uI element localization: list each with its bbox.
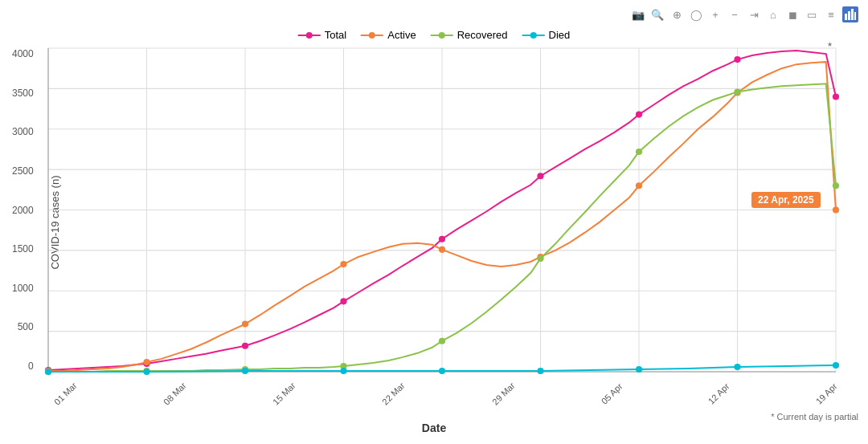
x-tick-12apr: 12 Apr [706,381,731,406]
legend-label-died: Died [549,29,571,41]
svg-point-34 [143,359,149,365]
zoom-in-icon[interactable]: 🔍 [649,6,665,22]
barchart-icon[interactable] [842,6,858,22]
y-tick-1000: 1000 [12,283,34,294]
lines-icon[interactable]: ≡ [823,6,839,22]
y-tick-2000: 2000 [12,205,34,216]
svg-point-47 [537,255,543,262]
legend-label-total: Total [325,29,346,41]
x-axis-ticks: 01 Mar 08 Mar 15 Mar 22 Mar 29 Mar 05 Ap… [48,386,836,400]
legend-item-recovered: Recovered [431,29,508,41]
svg-point-48 [636,149,642,155]
y-tick-0: 0 [28,360,34,372]
x-tick-01mar: 01 Mar [52,381,79,407]
svg-point-49 [734,88,740,95]
x-tick-15mar: 15 Mar [271,381,297,407]
svg-point-57 [636,366,642,373]
svg-point-50 [833,182,839,189]
svg-point-37 [439,246,445,253]
svg-point-30 [636,112,642,118]
legend-label-active: Active [387,29,416,41]
chart-toolbar: 📷 🔍 ⊕ ◯ + − ⇥ ⌂ ◼ ▭ ≡ [630,6,858,22]
y-tick-4000: 4000 [12,48,34,59]
chart-container: 📷 🔍 ⊕ ◯ + − ⇥ ⌂ ◼ ▭ ≡ Total Active [0,0,868,444]
chart-svg: .grid-line { stroke: #ddd; stroke-width:… [48,48,836,372]
camera-icon[interactable]: 📷 [630,6,646,22]
svg-rect-0 [845,14,847,20]
svg-point-26 [242,343,248,349]
y-tick-500: 500 [18,321,34,332]
y-axis-ticks: 4000 3500 3000 2500 2000 1500 1000 500 0 [12,48,34,372]
svg-point-55 [439,368,445,374]
y-tick-2500: 2500 [12,165,34,177]
legend-item-active: Active [361,29,416,41]
asterisk-marker: * [828,40,832,52]
y-tick-3500: 3500 [12,88,34,99]
select-icon[interactable]: ◼ [784,6,800,22]
legend-label-recovered: Recovered [457,29,508,41]
tooltip-date: 22 Apr, 2025 [751,192,821,208]
minus-icon[interactable]: − [727,6,743,22]
svg-point-28 [439,236,445,242]
svg-point-56 [537,368,543,374]
x-axis-label: Date [422,422,446,434]
svg-point-51 [45,369,51,375]
svg-point-41 [833,206,839,213]
svg-rect-1 [848,11,850,20]
plus-icon[interactable]: + [707,6,723,22]
svg-point-46 [439,338,445,344]
home-icon[interactable]: ⌂ [765,6,781,22]
svg-point-32 [833,93,839,100]
x-tick-29mar: 29 Mar [490,381,517,407]
svg-point-35 [242,321,248,328]
chart-legend: Total Active Recovered Died [298,29,571,41]
legend-item-died: Died [522,29,571,41]
svg-point-58 [734,364,740,370]
lasso-icon[interactable]: ◯ [688,6,704,22]
svg-rect-2 [851,9,854,20]
svg-point-29 [537,173,543,179]
x-tick-08mar: 08 Mar [162,381,188,407]
svg-point-54 [340,368,346,374]
y-tick-3000: 3000 [12,126,34,137]
svg-point-39 [636,182,642,189]
svg-point-36 [340,261,346,267]
chart-plot-area: .grid-line { stroke: #ddd; stroke-width:… [48,48,836,372]
svg-point-53 [242,368,248,374]
svg-point-59 [833,362,839,369]
legend-item-total: Total [298,29,346,41]
resize-icon[interactable]: ⇥ [746,6,762,22]
x-tick-19apr: 19 Apr [814,381,839,406]
crosshair-icon[interactable]: ⊕ [669,6,685,22]
x-tick-05apr: 05 Apr [599,381,624,406]
svg-point-27 [340,298,346,304]
svg-point-31 [734,56,740,63]
partial-note: * Current day is partial [771,412,858,422]
y-tick-1500: 1500 [12,243,34,255]
svg-point-52 [143,369,149,375]
rect-icon[interactable]: ▭ [804,6,820,22]
x-tick-22mar: 22 Mar [380,381,407,407]
svg-rect-3 [854,12,856,20]
